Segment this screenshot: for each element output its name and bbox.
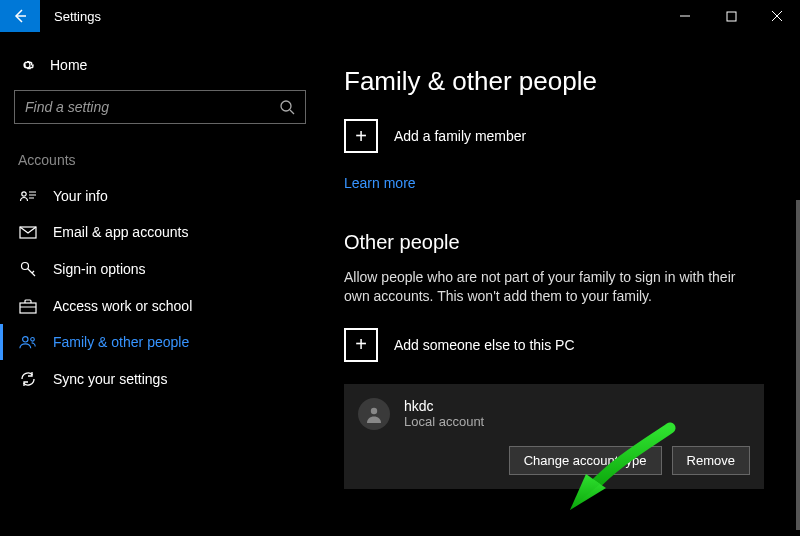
account-type: Local account bbox=[404, 414, 484, 429]
learn-more-link[interactable]: Learn more bbox=[344, 175, 776, 191]
avatar bbox=[358, 398, 390, 430]
svg-rect-5 bbox=[20, 303, 36, 313]
nav-item-your-info[interactable]: Your info bbox=[0, 178, 306, 214]
search-box[interactable] bbox=[14, 90, 306, 124]
svg-point-6 bbox=[23, 337, 28, 342]
nav-item-label: Email & app accounts bbox=[53, 224, 302, 240]
svg-point-2 bbox=[22, 192, 26, 196]
id-card-icon bbox=[19, 189, 37, 203]
nav-item-label: Sync your settings bbox=[53, 371, 302, 387]
nav-item-email-accounts[interactable]: Email & app accounts bbox=[0, 214, 306, 250]
mail-icon bbox=[19, 226, 37, 239]
svg-point-1 bbox=[281, 101, 291, 111]
add-someone-label: Add someone else to this PC bbox=[394, 337, 575, 353]
plus-icon: + bbox=[344, 119, 378, 153]
nav-item-family-other-people[interactable]: Family & other people bbox=[0, 324, 306, 360]
nav-item-access-work-school[interactable]: Access work or school bbox=[0, 288, 306, 324]
svg-point-7 bbox=[31, 338, 35, 342]
scrollbar[interactable] bbox=[796, 200, 800, 530]
back-button[interactable] bbox=[0, 0, 40, 32]
maximize-icon bbox=[726, 11, 737, 22]
account-name: hkdc bbox=[404, 398, 484, 414]
add-family-member[interactable]: + Add a family member bbox=[344, 119, 776, 153]
svg-point-8 bbox=[371, 408, 377, 414]
nav-item-sync-settings[interactable]: Sync your settings bbox=[0, 360, 306, 398]
person-icon bbox=[364, 404, 384, 424]
nav-item-label: Access work or school bbox=[53, 298, 302, 314]
account-panel: hkdc Local account Change account type R… bbox=[344, 384, 764, 489]
maximize-button[interactable] bbox=[708, 0, 754, 32]
nav-item-label: Sign-in options bbox=[53, 261, 302, 277]
briefcase-icon bbox=[19, 299, 37, 314]
other-people-heading: Other people bbox=[344, 231, 776, 254]
arrow-left-icon bbox=[12, 8, 28, 24]
add-someone-else[interactable]: + Add someone else to this PC bbox=[344, 328, 776, 362]
left-nav-pane: Home Accounts Your info Email & app acco… bbox=[0, 32, 320, 536]
nav-item-label: Family & other people bbox=[53, 334, 302, 350]
other-people-text: Allow people who are not part of your fa… bbox=[344, 268, 764, 306]
sync-icon bbox=[19, 370, 37, 388]
people-icon bbox=[19, 334, 37, 350]
search-input[interactable] bbox=[25, 99, 279, 115]
add-family-label: Add a family member bbox=[394, 128, 526, 144]
close-button[interactable] bbox=[754, 0, 800, 32]
nav-home-label: Home bbox=[50, 57, 87, 73]
svg-point-4 bbox=[22, 263, 29, 270]
page-title: Family & other people bbox=[344, 66, 776, 97]
remove-button[interactable]: Remove bbox=[672, 446, 750, 475]
svg-rect-0 bbox=[727, 12, 736, 21]
change-account-type-button[interactable]: Change account type bbox=[509, 446, 662, 475]
minimize-icon bbox=[679, 10, 691, 22]
content-pane: Family & other people + Add a family mem… bbox=[320, 32, 800, 536]
close-icon bbox=[771, 10, 783, 22]
nav-item-signin-options[interactable]: Sign-in options bbox=[0, 250, 306, 288]
minimize-button[interactable] bbox=[662, 0, 708, 32]
account-entry[interactable]: hkdc Local account bbox=[358, 398, 750, 430]
window-controls bbox=[662, 0, 800, 32]
gear-icon bbox=[18, 56, 36, 74]
nav-home[interactable]: Home bbox=[14, 50, 306, 90]
search-icon bbox=[279, 99, 295, 115]
section-heading: Accounts bbox=[14, 152, 306, 168]
window-title: Settings bbox=[40, 9, 101, 24]
title-bar: Settings bbox=[0, 0, 800, 32]
nav-item-label: Your info bbox=[53, 188, 302, 204]
key-icon bbox=[19, 260, 37, 278]
plus-icon: + bbox=[344, 328, 378, 362]
